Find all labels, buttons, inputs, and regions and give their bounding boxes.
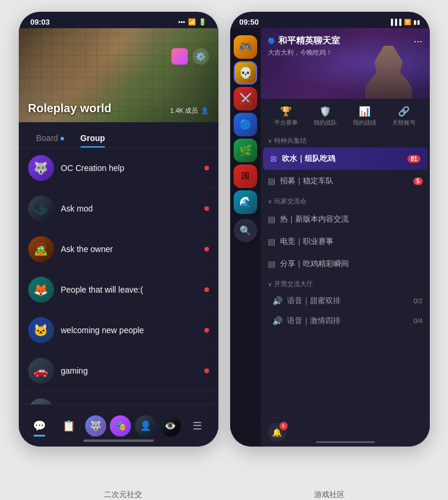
channel-avatar: 🎭 — [28, 398, 54, 404]
section-title-1: 特种兵集结 — [274, 136, 306, 145]
channel-item[interactable]: 🌑 Ask mod — [19, 189, 218, 229]
right-channel-list: 特种兵集结 ⊠ 吹水｜组队吃鸡 81 ▤ 招募｜稳定车队 5 玩家交流会 — [261, 132, 430, 417]
channel-item[interactable]: 🧟 Ask the owner — [19, 229, 218, 270]
tab-label: 我的战队 — [314, 119, 337, 127]
channel-name: 分享｜吃鸡精彩瞬间 — [280, 259, 423, 269]
channel-name: Ask the owner — [61, 244, 204, 254]
stats-icon: 📊 — [359, 106, 370, 117]
channel-item[interactable]: 🐱 welcoming new people — [19, 310, 218, 351]
unread-indicator — [204, 328, 209, 333]
voice-member-count: 0/4 — [413, 317, 422, 324]
right-content-area: 🔵 和平精英聊天室 大吉大利，今晚吃鸡！ ··· 🏆 平台赛事 🛡️ — [261, 28, 430, 447]
channel-name: OC Creation help — [61, 163, 204, 173]
channel-item[interactable]: 🎭 Announcements — [19, 391, 218, 404]
hero-image: Roleplay world ⚙️ 1.4K 成员 👤 — [19, 28, 218, 122]
server-icon-1[interactable]: 🎮 — [234, 35, 257, 59]
voice-channel-name: 语音｜甜蜜双排 — [287, 296, 414, 306]
channel-avatar: 🐺 — [28, 155, 54, 181]
server-icon-4[interactable]: 🔵 — [234, 113, 257, 136]
nav-chat-button[interactable]: 💬 — [26, 413, 52, 439]
unread-indicator — [204, 206, 209, 211]
unread-indicator — [204, 368, 209, 373]
voice-channel-1[interactable]: 🔊 语音｜甜蜜双排 0/2 — [261, 291, 430, 311]
tab-platform-race[interactable]: 🏆 平台赛事 — [268, 103, 305, 132]
channel-text-icon: ⊠ — [270, 154, 277, 163]
tab-my-stats[interactable]: 📊 我的战绩 — [346, 103, 383, 132]
section-header-3: 开黑交流大厅 — [261, 275, 430, 291]
signal-icon: ▪▪▪ — [178, 18, 186, 25]
channel-avatar: 🧟 — [28, 236, 54, 262]
channel-name: 吹水｜组队吃鸡 — [282, 153, 408, 164]
nav-avatar-3[interactable]: 👤 — [135, 415, 156, 437]
tab-board[interactable]: Board — [28, 129, 72, 147]
channel-item[interactable]: ▤ 电竞｜职业赛事 — [261, 230, 430, 253]
time-left: 09:03 — [31, 18, 50, 26]
server-icon-2[interactable]: 💀 — [234, 61, 257, 85]
channel-name: 电竞｜职业赛事 — [280, 236, 423, 247]
right-server-title: 🔵 和平精英聊天室 — [268, 35, 340, 46]
channel-item[interactable]: 🦊 People that will leave:( — [19, 270, 218, 310]
bottom-nav-left: 💬 📋 🐺 🎭 👤 👁️ ☰ — [19, 404, 218, 447]
unread-badge: 5 — [413, 177, 423, 185]
section-header-2: 玩家交流会 — [261, 192, 430, 208]
board-notification-dot — [60, 137, 64, 140]
channel-item[interactable]: 🚗 gaming — [19, 351, 218, 391]
more-options-button[interactable]: ··· — [413, 35, 422, 48]
left-phone-label: 二次元社交 — [104, 489, 142, 500]
right-phone: 09:50 ▐▐▐ 🛜 ▮▮ 🎮 💀 ⚔️ 🔵 🌿 国 🌊 🔍 — [230, 12, 430, 447]
wifi-icon-right: 🛜 — [404, 19, 411, 25]
channel-name: Ask mod — [61, 204, 204, 213]
channel-text-icon: ▤ — [268, 237, 275, 246]
notification-bell-button[interactable]: 🔔 1 — [268, 423, 287, 442]
tab-label: 平台赛事 — [274, 119, 298, 127]
channel-text-icon: ▤ — [268, 176, 275, 186]
right-main-container: 🎮 💀 ⚔️ 🔵 🌿 国 🌊 🔍 🔵 和平精英聊天室 大吉大利，今晚吃鸡！ — [230, 12, 430, 447]
voice-icon: 🔊 — [272, 296, 282, 306]
nav-avatar-4[interactable]: 👁️ — [160, 415, 181, 437]
channel-name: People that will leave:( — [61, 285, 204, 294]
unread-indicator — [204, 287, 209, 292]
nav-menu-button[interactable]: ☰ — [184, 413, 210, 439]
title-text: 和平精英聊天室 — [278, 35, 340, 46]
phone-labels: 二次元社交 游戏社区 — [0, 489, 448, 500]
channel-item[interactable]: ▤ 分享｜吃鸡精彩瞬间 — [261, 253, 430, 275]
channel-name: welcoming new people — [61, 325, 204, 335]
voice-icon: 🔊 — [272, 316, 282, 325]
signal-icon-right: ▐▐▐ — [389, 19, 401, 25]
server-icon-7[interactable]: 🌊 — [234, 190, 257, 214]
unread-indicator — [204, 247, 209, 251]
channel-item-highlighted[interactable]: ⊠ 吹水｜组队吃鸡 81 — [263, 147, 427, 170]
channel-list: 🐺 OC Creation help 🌑 Ask mod 🧟 Ask the o… — [19, 148, 218, 404]
channel-name: 热｜新版本内容交流 — [280, 214, 423, 224]
nav-avatar-2[interactable]: 🎭 — [110, 415, 131, 437]
channel-avatar: 🐱 — [28, 317, 54, 343]
voice-channel-2[interactable]: 🔊 语音｜激情四排 0/4 — [261, 311, 430, 331]
members-icon: 👤 — [201, 107, 209, 115]
server-icon-3[interactable]: ⚔️ — [234, 87, 257, 110]
server-icon-5[interactable]: 🌿 — [234, 139, 257, 162]
server-icon-6[interactable]: 国 — [234, 165, 257, 188]
link-icon: 🔗 — [398, 106, 410, 117]
notification-badge: 1 — [279, 422, 288, 430]
channel-item[interactable]: ▤ 热｜新版本内容交流 — [261, 208, 430, 230]
right-phone-label: 游戏社区 — [314, 489, 345, 500]
channel-item[interactable]: ▤ 招募｜稳定车队 5 — [261, 170, 430, 192]
right-hero-banner: 🔵 和平精英聊天室 大吉大利，今晚吃鸡！ ··· — [261, 28, 430, 99]
hero-decoration — [365, 46, 412, 99]
settings-icon[interactable]: ⚙️ — [193, 48, 209, 65]
right-nav-tabs: 🏆 平台赛事 🛡️ 我的战队 📊 我的战绩 🔗 关联账号 — [261, 99, 430, 132]
channel-name: gaming — [61, 366, 204, 375]
nav-avatar-1[interactable]: 🐺 — [85, 415, 106, 437]
search-button[interactable]: 🔍 — [234, 219, 257, 242]
channel-avatar: 🦊 — [28, 277, 54, 303]
nav-board-button[interactable]: 📋 — [56, 413, 82, 439]
channel-item[interactable]: 🐺 OC Creation help — [19, 148, 218, 189]
tab-group[interactable]: Group — [72, 129, 113, 147]
tab-my-team[interactable]: 🛡️ 我的战队 — [307, 103, 344, 132]
status-icons-right: ▐▐▐ 🛜 ▮▮ — [389, 19, 420, 25]
status-bar-right: 09:50 ▐▐▐ 🛜 ▮▮ — [230, 12, 430, 28]
tab-label: 关联账号 — [392, 119, 416, 127]
active-tab-indicator — [33, 435, 45, 437]
left-phone: 09:03 ▪▪▪ 📶 🔋 Roleplay world ⚙️ 1.4K 成员 … — [19, 12, 218, 447]
tab-linked-account[interactable]: 🔗 关联账号 — [386, 103, 423, 132]
